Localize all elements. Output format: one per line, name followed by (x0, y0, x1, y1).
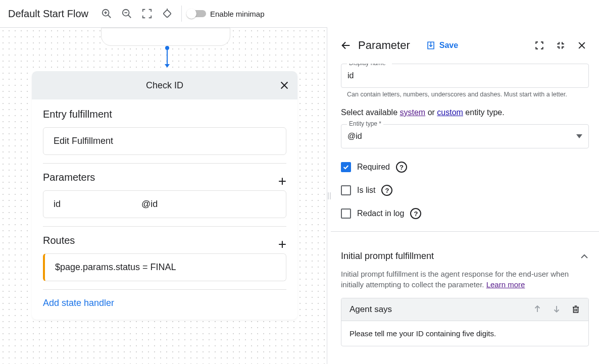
fit-screen-icon[interactable] (137, 4, 157, 24)
custom-link[interactable]: custom (437, 108, 463, 117)
rotate-icon[interactable] (157, 4, 177, 24)
route-item[interactable]: $page.params.status = FINAL (43, 253, 286, 281)
select-entity-text: Select available system or custom entity… (341, 107, 589, 118)
redact-help-icon[interactable]: ? (410, 208, 421, 219)
zoom-in-icon[interactable] (96, 4, 117, 24)
routes-heading: Routes (43, 235, 75, 246)
is-list-help-icon[interactable]: ? (381, 185, 392, 196)
required-checkbox[interactable] (341, 162, 351, 172)
add-route-button[interactable]: + (278, 236, 286, 252)
page-card: Check ID Entry fulfillment Edit Fulfillm… (32, 71, 297, 320)
save-button[interactable]: Save (426, 41, 458, 50)
save-label: Save (439, 41, 458, 50)
required-label: Required (357, 163, 390, 172)
svg-rect-7 (163, 10, 171, 18)
svg-line-1 (108, 15, 111, 18)
zoom-out-icon[interactable] (117, 4, 137, 24)
display-name-field[interactable]: Display name * Can contain letters, numb… (341, 64, 589, 98)
top-toolbar: Default Start Flow Enable minimap (0, 0, 599, 27)
flow-canvas[interactable]: Check ID Entry fulfillment Edit Fulfillm… (0, 27, 327, 364)
close-panel-icon[interactable] (575, 35, 589, 56)
add-parameter-button[interactable]: + (278, 173, 286, 189)
panel-title: Parameter (358, 39, 410, 52)
parameter-panel: Parameter Save Display name * (331, 27, 599, 364)
close-icon[interactable] (276, 77, 292, 93)
display-name-input[interactable] (341, 64, 589, 88)
svg-line-5 (128, 15, 131, 18)
entity-type-value: @id (347, 132, 362, 141)
dropdown-icon (576, 134, 582, 138)
svg-marker-14 (576, 134, 582, 138)
system-link[interactable]: system (400, 108, 426, 117)
entry-fulfillment-heading: Entry fulfillment (43, 109, 286, 120)
redact-checkbox[interactable] (341, 209, 351, 219)
parameter-item[interactable]: id @id (43, 190, 286, 218)
flow-connector (165, 46, 170, 68)
panel-resize-handle[interactable] (327, 27, 331, 364)
is-list-checkbox[interactable] (341, 185, 351, 195)
upstream-node[interactable] (101, 28, 230, 46)
required-help-icon[interactable]: ? (396, 162, 407, 173)
initial-prompt-title: Initial prompt fulfillment (341, 251, 434, 262)
fullscreen-icon[interactable] (532, 35, 546, 56)
card-title: Check ID (146, 80, 183, 91)
section-divider (331, 231, 599, 232)
minimize-icon[interactable] (554, 35, 568, 56)
minimap-label: Enable minimap (210, 10, 265, 18)
add-state-handler-link[interactable]: Add state handler (43, 298, 286, 308)
entity-type-label: Entity type * (347, 120, 383, 127)
agent-response-card: Agent says P (341, 298, 589, 346)
minimap-toggle[interactable] (188, 10, 206, 17)
back-icon[interactable] (338, 35, 354, 56)
initial-prompt-desc: Initial prompt fulfillment is the agent … (341, 269, 589, 290)
flow-title: Default Start Flow (8, 8, 88, 20)
move-down-icon[interactable] (552, 304, 561, 315)
chevron-up-icon (580, 253, 589, 259)
display-name-label: Display name * (347, 64, 392, 67)
is-list-label: Is list (357, 186, 375, 195)
card-header[interactable]: Check ID (32, 71, 297, 99)
move-up-icon[interactable] (533, 304, 542, 315)
toolbar-divider (181, 6, 182, 22)
redact-label: Redact in log (357, 209, 404, 218)
display-name-helper: Can contain letters, numbers, underscore… (347, 91, 589, 98)
param-entity: @id (141, 199, 158, 210)
initial-prompt-collapse[interactable]: Initial prompt fulfillment (341, 251, 589, 262)
agent-says-label: Agent says (350, 304, 392, 315)
parameters-heading: Parameters (43, 172, 95, 183)
agent-prompt-text[interactable]: Please tell me your ID containing five d… (341, 321, 588, 346)
param-name: id (54, 199, 61, 210)
entity-type-field[interactable]: Entity type * @id (341, 124, 589, 148)
edit-fulfillment-item[interactable]: Edit Fulfillment (43, 127, 286, 155)
learn-more-link[interactable]: Learn more (486, 280, 525, 289)
delete-icon[interactable] (571, 304, 580, 315)
